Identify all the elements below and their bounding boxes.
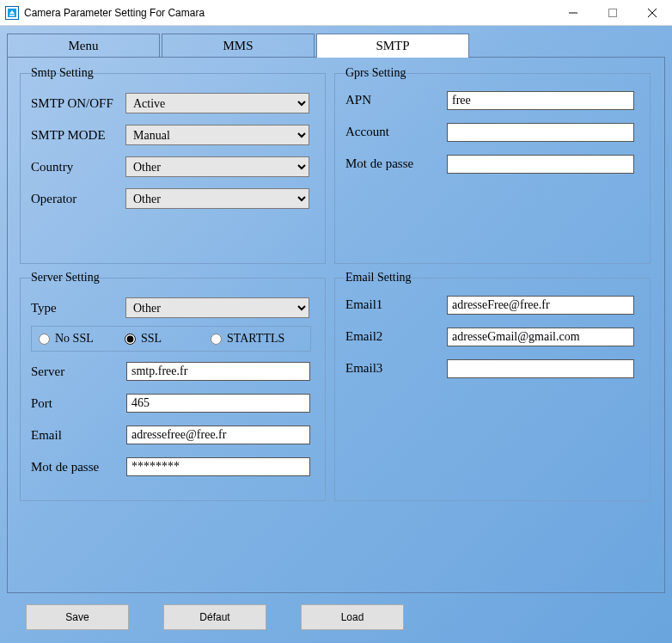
input-email1[interactable]	[447, 296, 634, 315]
label-email: Email	[31, 428, 125, 443]
titlebar: Camera Parameter Setting For Camara	[0, 0, 672, 26]
window-title: Camera Parameter Setting For Camara	[24, 7, 205, 19]
label-type: Type	[31, 301, 125, 315]
radio-ssl[interactable]: SSL	[125, 332, 211, 346]
input-server-pass[interactable]	[126, 457, 310, 476]
save-button[interactable]: Save	[26, 604, 129, 630]
tab-menu[interactable]: Menu	[7, 34, 160, 58]
load-button[interactable]: Load	[301, 604, 404, 630]
ssl-radio-group: No SSL SSL STARTTLS	[31, 326, 311, 352]
select-operator[interactable]: Other	[125, 188, 309, 209]
input-email2[interactable]	[447, 328, 634, 346]
svg-rect-4	[609, 9, 617, 16]
label-account: Account	[345, 125, 431, 139]
select-smtp-mode[interactable]: Manual	[125, 125, 309, 145]
label-server: Server	[31, 364, 125, 379]
input-port[interactable]	[126, 394, 310, 413]
group-server-setting: Server Setting Type Other No SSL SSL	[20, 278, 326, 501]
label-email1: Email1	[345, 297, 431, 312]
input-server[interactable]	[126, 362, 310, 381]
close-button[interactable]	[632, 0, 672, 25]
label-server-pass: Mot de passe	[31, 460, 125, 475]
input-email3[interactable]	[447, 359, 634, 378]
legend-gprs-setting: Gprs Setting	[342, 66, 409, 80]
tab-panel-smtp: Smtp Setting SMTP ON/OFF Active SMTP MOD…	[7, 57, 665, 593]
label-email2: Email2	[345, 329, 431, 344]
input-account[interactable]	[447, 123, 634, 142]
client-area: Menu MMS SMTP Smtp Setting SMTP ON/OFF A…	[0, 26, 672, 643]
label-country: Country	[31, 160, 125, 175]
radio-ssl-label: SSL	[141, 332, 162, 346]
group-gprs-setting: Gprs Setting APN Account Mot de passe	[334, 73, 651, 264]
label-email3: Email3	[345, 361, 431, 376]
input-gprs-pass[interactable]	[447, 155, 634, 174]
legend-smtp-setting: Smtp Setting	[27, 66, 97, 80]
radio-starttls-label: STARTTLS	[227, 332, 284, 346]
label-smtp-onoff: SMTP ON/OFF	[31, 96, 125, 111]
button-row: Save Défaut Load	[0, 604, 672, 630]
default-button[interactable]: Défaut	[163, 604, 266, 630]
label-smtp-mode: SMTP MODE	[31, 128, 125, 143]
label-operator: Operator	[31, 192, 125, 206]
legend-email-setting: Email Setting	[342, 271, 415, 285]
label-apn: APN	[345, 93, 431, 107]
app-icon	[5, 6, 19, 20]
label-port: Port	[31, 396, 125, 411]
radio-no-ssl[interactable]: No SSL	[39, 332, 125, 346]
select-country[interactable]: Other	[125, 156, 309, 177]
minimize-button[interactable]	[553, 0, 593, 25]
select-type[interactable]: Other	[125, 297, 309, 318]
label-gprs-pass: Mot de passe	[345, 156, 431, 171]
tab-mms[interactable]: MMS	[162, 34, 315, 58]
tabstrip: Menu MMS SMTP	[7, 33, 665, 57]
maximize-button[interactable]	[593, 0, 632, 25]
select-smtp-onoff[interactable]: Active	[125, 93, 309, 113]
radio-starttls[interactable]: STARTTLS	[211, 332, 284, 346]
window-controls	[553, 0, 672, 25]
input-apn[interactable]	[447, 91, 634, 110]
group-smtp-setting: Smtp Setting SMTP ON/OFF Active SMTP MOD…	[20, 73, 326, 264]
svg-rect-2	[9, 15, 15, 16]
tab-smtp[interactable]: SMTP	[316, 34, 469, 58]
group-email-setting: Email Setting Email1 Email2 Email3	[334, 278, 651, 501]
legend-server-setting: Server Setting	[27, 271, 103, 285]
radio-no-ssl-label: No SSL	[55, 332, 94, 346]
input-email[interactable]	[126, 426, 310, 444]
